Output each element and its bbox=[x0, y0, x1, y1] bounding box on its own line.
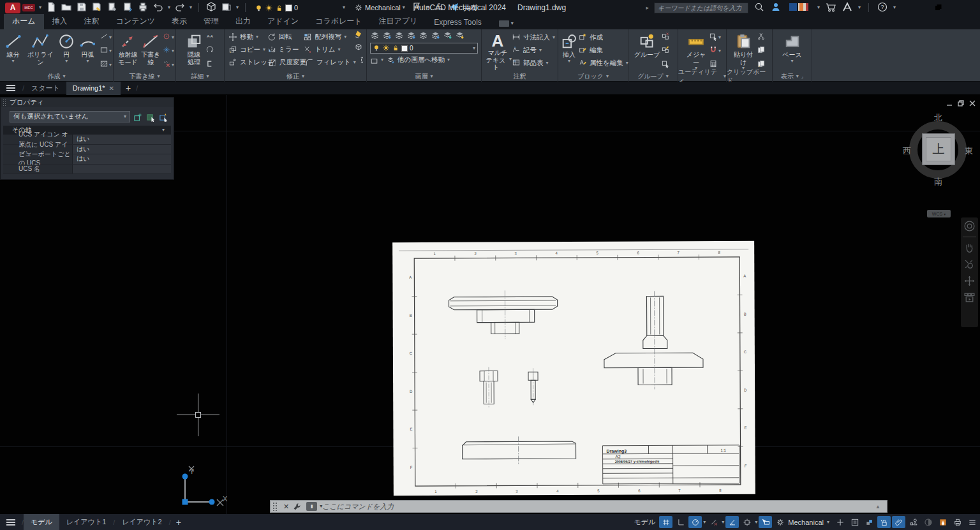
panel-label-modify[interactable]: 修正▾ bbox=[225, 71, 366, 82]
undo-button[interactable] bbox=[152, 2, 164, 13]
app-store-button[interactable] bbox=[825, 2, 836, 13]
viewcube[interactable]: 北 西 東 南 上 WCS▾ bbox=[899, 114, 978, 209]
layer-flatten-button[interactable] bbox=[433, 2, 445, 13]
a-caret-icon[interactable]: ▾ bbox=[858, 5, 861, 10]
tab-home[interactable]: ホーム bbox=[4, 14, 44, 29]
palette-title[interactable]: プロパティ bbox=[1, 98, 174, 107]
save-button[interactable] bbox=[76, 2, 87, 13]
layer-state-caret-icon[interactable]: ▾ bbox=[381, 57, 383, 63]
plot-button[interactable] bbox=[107, 2, 118, 13]
show-motion-icon[interactable] bbox=[963, 291, 976, 304]
tab-featured-apps[interactable]: 注目アプリ bbox=[371, 14, 426, 29]
select-objects-icon[interactable] bbox=[146, 112, 156, 122]
file-tab-menu-icon[interactable] bbox=[0, 84, 22, 92]
dimension-button[interactable]: 寸法記入▾ bbox=[512, 31, 555, 44]
share-button[interactable] bbox=[449, 2, 460, 13]
snap-magnet-button[interactable]: ▾ bbox=[709, 47, 720, 56]
tab-manage[interactable]: 管理 bbox=[195, 14, 227, 29]
redo-caret-icon[interactable]: ▾ bbox=[189, 5, 192, 10]
layer-isolate-button[interactable] bbox=[382, 31, 392, 40]
hidden-line-button[interactable]: 隠線処理 bbox=[183, 31, 205, 71]
grid-toggle[interactable] bbox=[659, 516, 672, 528]
measure-button[interactable]: メジャー▾ bbox=[684, 31, 708, 71]
property-row[interactable]: ビューポートごとの UCSはい bbox=[3, 154, 171, 165]
tab-addins[interactable]: アドイン bbox=[259, 14, 307, 29]
erase-button[interactable] bbox=[354, 31, 365, 40]
command-line[interactable]: ✕ ▮ ▾ ▲ bbox=[270, 500, 887, 513]
group-edit-button[interactable] bbox=[661, 47, 672, 56]
detail-2d-button[interactable] bbox=[205, 60, 216, 70]
tab-collaborate[interactable]: コラボレート bbox=[307, 14, 370, 29]
mtext-button[interactable]: Aマルチテキスト▾ bbox=[484, 31, 512, 71]
isodraft-toggle[interactable] bbox=[707, 516, 720, 528]
trim-button[interactable]: トリム▾ bbox=[303, 43, 354, 56]
line-button[interactable]: 線分▾ bbox=[2, 31, 24, 71]
line-tool-button[interactable]: ▾ bbox=[100, 33, 110, 42]
viewcube-top-face[interactable]: 上 bbox=[922, 133, 955, 165]
rectangle-tool-button[interactable]: ▾ bbox=[100, 47, 110, 56]
scale-button[interactable]: 尺度変更 bbox=[268, 56, 305, 69]
tab-output[interactable]: 出力 bbox=[227, 14, 259, 29]
base-view-button[interactable]: ベース▾ bbox=[780, 31, 805, 71]
toggle-pickadd-icon[interactable] bbox=[133, 112, 143, 122]
viewcube-west[interactable]: 西 bbox=[903, 145, 911, 157]
sheet-set-button[interactable] bbox=[221, 2, 232, 13]
layer-lock-button[interactable] bbox=[406, 31, 416, 40]
tab-view[interactable]: 表示 bbox=[163, 14, 195, 29]
quick-select-button[interactable]: ▾ bbox=[709, 33, 720, 42]
panel-label-view[interactable]: 表示▾⌟ bbox=[773, 71, 812, 82]
move-to-layer-caret-icon[interactable]: ▾ bbox=[447, 57, 450, 63]
symbol-button[interactable]: 記号▾ bbox=[512, 44, 555, 57]
doc-minimize-icon[interactable] bbox=[946, 100, 953, 107]
dynamic-input-toggle[interactable] bbox=[759, 516, 772, 528]
standards-button[interactable] bbox=[412, 2, 423, 13]
account-caret-icon[interactable]: ▾ bbox=[817, 5, 820, 10]
app-menu-caret-icon[interactable]: ▾ bbox=[39, 5, 41, 10]
bom-button[interactable]: 部品表▾ bbox=[512, 57, 555, 70]
open-file-button[interactable] bbox=[61, 2, 72, 13]
close-button[interactable] bbox=[954, 1, 976, 15]
ray-mode-button[interactable]: 放射線モード bbox=[115, 31, 140, 71]
ortho-toggle[interactable] bbox=[674, 516, 687, 528]
panel-label-annotate[interactable]: 注釈 bbox=[482, 71, 558, 82]
construction-circle-button[interactable]: ▾ bbox=[162, 33, 173, 42]
tab-annotate[interactable]: 注釈 bbox=[76, 14, 108, 29]
layer-dropdown[interactable]: 0 ▾ bbox=[370, 43, 478, 54]
customization-button[interactable] bbox=[965, 516, 979, 528]
qat-layer-control[interactable]: 0 ▾ bbox=[252, 2, 348, 13]
copy-button[interactable]: コピー▾ bbox=[228, 43, 267, 56]
layout-tab-layout1[interactable]: レイアウト1 bbox=[59, 514, 113, 530]
lock-ui-button[interactable] bbox=[877, 516, 891, 528]
publish-button[interactable] bbox=[122, 2, 133, 13]
osnap-tracking-toggle[interactable] bbox=[725, 516, 739, 528]
block-edit-button[interactable]: 編集 bbox=[578, 44, 628, 57]
join-button[interactable] bbox=[356, 56, 365, 66]
paste-button[interactable]: 貼り付け▾ bbox=[731, 31, 756, 71]
new-layout-button[interactable]: + bbox=[176, 517, 181, 527]
layer-walk-button[interactable] bbox=[455, 31, 464, 40]
plot-status-button[interactable] bbox=[951, 516, 964, 528]
layout-menu-icon[interactable] bbox=[0, 519, 22, 526]
am-standards-button[interactable] bbox=[936, 516, 949, 528]
standards-caret-icon[interactable]: ▾ bbox=[427, 5, 429, 10]
layer-caret-icon[interactable]: ▾ bbox=[343, 5, 345, 10]
help-caret-icon[interactable]: ▾ bbox=[893, 5, 896, 10]
panel-label-create[interactable]: 作成▾ bbox=[0, 71, 113, 82]
ribbon-display-toggle[interactable]: ▾ bbox=[499, 20, 514, 27]
power-edit-button[interactable] bbox=[205, 47, 216, 56]
navigation-bar[interactable] bbox=[961, 217, 978, 327]
command-input[interactable] bbox=[322, 503, 875, 510]
polyline-button[interactable]: ポリライン bbox=[24, 31, 57, 71]
doc-restore-icon[interactable] bbox=[958, 100, 964, 107]
osnap-caret-icon[interactable]: ▾ bbox=[755, 520, 757, 525]
stretch-button[interactable]: ストレッチ bbox=[228, 56, 268, 69]
command-grip[interactable] bbox=[272, 502, 278, 511]
arc-button[interactable]: 円弧▾ bbox=[77, 31, 99, 71]
new-file-button[interactable] bbox=[45, 2, 57, 13]
copy-clip-button[interactable] bbox=[757, 47, 768, 56]
search-button[interactable] bbox=[754, 2, 765, 13]
hatch-tool-button[interactable]: ▾ bbox=[100, 60, 110, 70]
isodraft-caret-icon[interactable]: ▾ bbox=[722, 520, 724, 525]
fillet-button[interactable]: フィレット▾ bbox=[305, 56, 356, 69]
command-list-button[interactable] bbox=[848, 516, 861, 528]
